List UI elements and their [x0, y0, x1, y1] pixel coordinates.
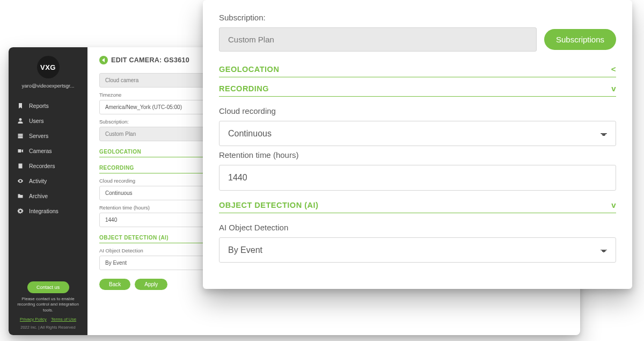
server-icon — [17, 133, 24, 139]
sidebar-item-label: Cameras — [29, 148, 52, 154]
sidebar-item-activity[interactable]: Activity — [9, 173, 87, 188]
brand-logo: VXG — [9, 56, 87, 78]
sidebar-item-users[interactable]: Users — [9, 113, 87, 128]
sidebar-item-recorders[interactable]: Recorders — [9, 158, 87, 173]
chevron-down-icon: v — [611, 84, 616, 93]
subscription-row: Subscriptions — [219, 27, 616, 52]
privacy-policy-link[interactable]: Privacy Policy — [20, 317, 47, 322]
sidebar-copyright: 2022 Inc. | All Rights Reserved — [9, 325, 87, 330]
camera-icon — [17, 148, 24, 154]
logo-text: VXG — [37, 56, 60, 78]
folder-icon — [17, 193, 24, 199]
section-object-detection-body: AI Object Detection By Event — [219, 213, 616, 266]
section-geolocation-title: GEOLOCATION — [219, 65, 279, 74]
sidebar-item-label: Reports — [29, 103, 49, 109]
contact-us-button[interactable]: Contact us — [27, 281, 69, 293]
sidebar-item-label: Archive — [29, 193, 48, 199]
user-icon — [17, 118, 24, 124]
sidebar-item-servers[interactable]: Servers — [9, 128, 87, 143]
sidebar-item-archive[interactable]: Archive — [9, 188, 87, 204]
subscription-label: Subscription: — [219, 13, 616, 22]
sidebar-item-cameras[interactable]: Cameras — [9, 143, 87, 158]
section-object-detection[interactable]: OBJECT DETECTION (AI) v — [219, 197, 616, 213]
sidebar-item-label: Recorders — [29, 163, 55, 169]
terms-of-use-link[interactable]: Terms of Use — [51, 317, 76, 322]
sidebar-item-label: Activity — [29, 178, 47, 184]
subscription-field — [219, 27, 537, 52]
sidebar-spacer — [9, 219, 87, 278]
sidebar-item-label: Servers — [29, 133, 48, 139]
sidebar-item-label: Users — [29, 118, 43, 124]
retention-label: Retention time (hours) — [219, 150, 616, 159]
section-recording-body: Cloud recording Continuous Retention tim… — [219, 97, 616, 194]
ai-detection-select[interactable]: By Event — [219, 237, 616, 263]
subscriptions-button[interactable]: Subscriptions — [544, 29, 616, 50]
chevron-down-icon: v — [611, 200, 616, 209]
section-object-detection-title: OBJECT DETECTION (AI) — [219, 201, 318, 209]
eye-icon — [17, 178, 24, 184]
section-recording[interactable]: RECORDING v — [219, 81, 616, 97]
chevron-left-icon: < — [611, 64, 616, 74]
sidebar-nav: Reports Users Servers Cameras Recorders … — [9, 98, 87, 219]
retention-input[interactable] — [219, 165, 616, 191]
sidebar-note: Please contact us to enable recording co… — [9, 296, 87, 314]
sidebar-item-label: Integrations — [29, 208, 58, 214]
page-title: EDIT CAMERA: GS3610 — [111, 56, 189, 64]
ai-detection-label: AI Object Detection — [219, 223, 616, 232]
sidebar-links: Privacy Policy Terms of Use — [9, 317, 87, 322]
sidebar-item-integrations[interactable]: Integrations — [9, 204, 87, 219]
section-geolocation[interactable]: GEOLOCATION < — [219, 61, 616, 77]
cloud-recording-label: Cloud recording — [219, 106, 616, 115]
recorder-icon — [17, 163, 24, 169]
apply-button[interactable]: Apply — [135, 279, 167, 290]
user-email: yaro@videoexpertsgr... — [9, 83, 87, 89]
sidebar-item-reports[interactable]: Reports — [9, 98, 87, 113]
back-icon[interactable] — [99, 56, 108, 64]
overlay-detail-card: Subscription: Subscriptions GEOLOCATION … — [203, 0, 632, 289]
gears-icon — [17, 208, 24, 214]
back-button[interactable]: Back — [99, 279, 130, 290]
sidebar: VXG yaro@videoexpertsgr... Reports Users… — [9, 47, 87, 335]
bookmark-icon — [17, 103, 24, 109]
section-recording-title: RECORDING — [219, 84, 269, 93]
cloud-recording-select[interactable]: Continuous — [219, 121, 616, 146]
